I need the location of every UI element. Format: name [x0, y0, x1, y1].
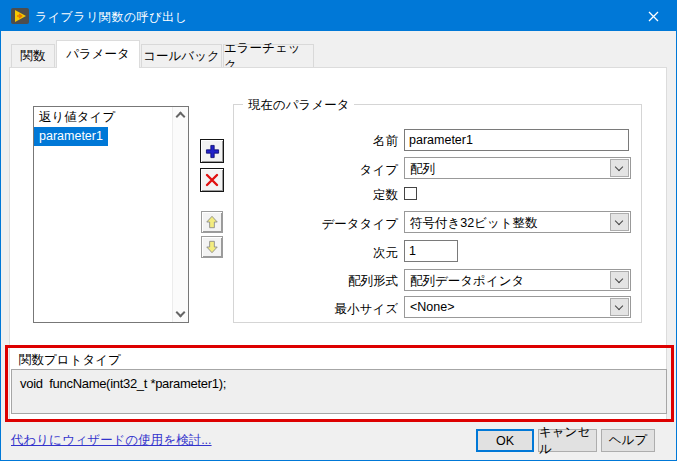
tab-functions[interactable]: 関数 [11, 44, 55, 68]
labview-call-library-icon [11, 8, 29, 24]
minimum-size-label: 最小サイズ [233, 301, 398, 318]
cancel-button[interactable]: キャンセル [538, 429, 597, 452]
constant-label: 定数 [233, 187, 398, 204]
type-value: 配列 [410, 161, 435, 178]
minimum-size-value: <None> [410, 300, 454, 314]
dropdown-button[interactable] [610, 213, 629, 231]
arrow-down-icon [205, 240, 219, 254]
parameter-list-items: 返り値タイプ parameter1 [34, 108, 171, 146]
tab-callbacks[interactable]: コールバック [141, 44, 222, 68]
list-scrollbar[interactable] [172, 107, 188, 322]
datatype-dropdown[interactable]: 符号付き32ビット整数 [404, 211, 631, 233]
plus-icon [205, 144, 220, 159]
chevron-down-icon [615, 163, 623, 171]
datatype-label: データタイプ [233, 216, 398, 233]
titlebar[interactable]: ライブラリ関数の呼び出し [1, 1, 676, 31]
array-format-label: 配列形式 [233, 273, 398, 290]
move-down-button[interactable] [201, 236, 223, 258]
dropdown-button[interactable] [610, 159, 629, 177]
datatype-value: 符号付き32ビット整数 [410, 215, 538, 232]
dialog-window: ライブラリ関数の呼び出し 関数 パラメータ コールバック エラーチェック 返り値… [0, 0, 677, 461]
red-x-icon [205, 173, 219, 187]
scroll-down-icon[interactable] [176, 308, 186, 318]
chevron-down-icon [615, 275, 623, 283]
tab-error-check[interactable]: エラーチェック [223, 44, 314, 68]
dimension-input[interactable] [404, 240, 458, 262]
minimum-size-dropdown[interactable]: <None> [404, 296, 631, 318]
function-prototype-label: 関数プロトタイプ [19, 352, 121, 369]
dropdown-button[interactable] [610, 298, 629, 316]
help-button[interactable]: ヘルプ [601, 429, 655, 452]
arrow-up-icon [205, 215, 219, 229]
current-parameter-group-label: 現在のパラメータ [243, 97, 354, 114]
add-parameter-button[interactable] [200, 139, 224, 163]
array-format-dropdown[interactable]: 配列データポインタ [404, 269, 631, 291]
ok-button[interactable]: OK [476, 429, 534, 452]
type-label: タイプ [233, 162, 398, 179]
parameter-listbox[interactable]: 返り値タイプ parameter1 [33, 106, 189, 323]
tab-parameters[interactable]: パラメータ [56, 40, 140, 68]
window-title: ライブラリ関数の呼び出し [35, 9, 187, 26]
close-icon [648, 11, 659, 22]
dropdown-button[interactable] [610, 271, 629, 289]
move-up-button[interactable] [201, 211, 223, 233]
function-prototype-box: void funcName(int32_t *parameter1); [11, 369, 667, 414]
remove-parameter-button[interactable] [200, 168, 224, 192]
dimension-label: 次元 [233, 245, 398, 262]
name-label: 名前 [233, 133, 398, 150]
name-input[interactable] [404, 129, 629, 151]
close-button[interactable] [630, 1, 676, 31]
constant-checkbox[interactable] [404, 187, 417, 200]
use-wizard-link[interactable]: 代わりにウィザードの使用を検討... [11, 432, 212, 449]
scroll-up-icon[interactable] [176, 112, 186, 122]
chevron-down-icon [615, 302, 623, 310]
list-item-parameter1[interactable]: parameter1 [34, 127, 108, 146]
function-prototype-code: void funcName(int32_t *parameter1); [20, 376, 226, 391]
list-item-return-type[interactable]: 返り値タイプ [34, 108, 120, 127]
type-dropdown[interactable]: 配列 [404, 157, 631, 179]
chevron-down-icon [615, 217, 623, 225]
array-format-value: 配列データポインタ [410, 273, 524, 290]
